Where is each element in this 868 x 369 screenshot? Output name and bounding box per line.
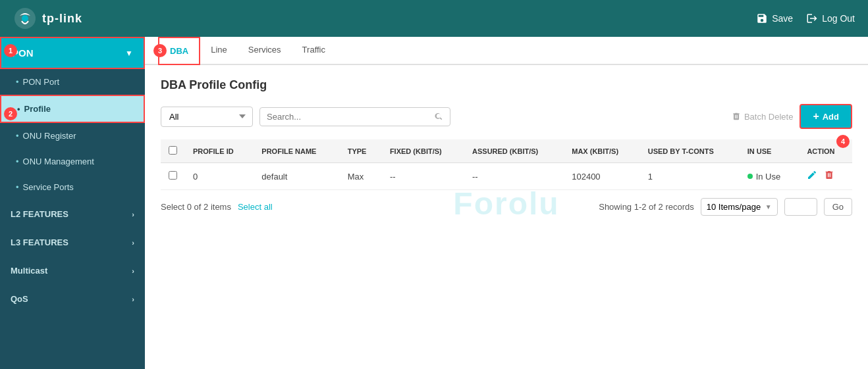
page-title: DBA Profile Config: [161, 78, 852, 92]
tab-traffic[interactable]: Traffic: [292, 37, 336, 65]
logout-icon: [806, 12, 818, 24]
sidebar-section-multicast[interactable]: Multicast ›: [0, 257, 145, 285]
select-all-checkbox[interactable]: [169, 146, 177, 155]
items-per-page-select-wrap: 10 Items/page 20 Items/page 50 Items/pag…: [701, 198, 778, 216]
th-profile-name: PROFILE NAME: [254, 139, 339, 163]
td-profile-name: default: [254, 163, 339, 190]
table-header-row: PROFILE ID PROFILE NAME TYPE FIXED (KBIT…: [161, 139, 852, 163]
top-nav: tp-link Save Log Out: [0, 0, 868, 37]
search-icon: [434, 112, 443, 121]
th-used-by-t-conts: USED BY T-CONTS: [640, 139, 740, 163]
tplink-logo-icon: [13, 7, 37, 30]
sidebar-item-onu-register[interactable]: ONU Register: [0, 123, 145, 149]
search-input[interactable]: [267, 112, 430, 122]
chevron-right-icon-l3: ›: [132, 239, 134, 247]
toolbar-right: Batch Delete + Add: [732, 104, 852, 129]
toolbar-left: All: [161, 107, 450, 127]
th-type: TYPE: [340, 139, 382, 163]
sidebar-section-l3-features[interactable]: L3 FEATURES ›: [0, 228, 145, 257]
plus-icon: +: [813, 111, 819, 122]
items-per-page-select[interactable]: 10 Items/page 20 Items/page 50 Items/pag…: [707, 202, 761, 212]
row-checkbox[interactable]: [169, 171, 177, 180]
tab-bar: DBA Line Services Traffic: [145, 37, 868, 65]
action-icons: [807, 170, 844, 183]
batch-delete-button[interactable]: Batch Delete: [732, 112, 793, 122]
save-button[interactable]: Save: [756, 12, 793, 24]
main-layout: PON ▼ PON Port Profile ONU Register ONU …: [0, 37, 868, 369]
logo-area: tp-link: [13, 7, 82, 30]
td-assured: --: [464, 163, 564, 190]
chevron-right-icon-qos: ›: [132, 295, 134, 303]
trash-icon: [732, 112, 741, 121]
showing-records-label: Showing 1-2 of 2 records: [599, 202, 694, 212]
footer-right: Showing 1-2 of 2 records 10 Items/page 2…: [599, 198, 852, 216]
main-content: DBA Line Services Traffic DBA Profile Co…: [145, 37, 868, 369]
svg-point-1: [22, 15, 28, 22]
sidebar-item-pon-port[interactable]: PON Port: [0, 69, 145, 95]
go-button[interactable]: Go: [824, 198, 852, 216]
chevron-right-icon-multicast: ›: [132, 267, 134, 275]
logo-text: tp-link: [42, 12, 82, 26]
sidebar-item-service-ports[interactable]: Service Ports: [0, 174, 145, 200]
td-row-checkbox: [161, 163, 185, 190]
th-in-use: IN USE: [740, 139, 800, 163]
tab-dba[interactable]: DBA: [158, 37, 200, 65]
chevron-down-icon-items: ▼: [765, 203, 772, 210]
th-assured: ASSURED (KBIT/S): [464, 139, 564, 163]
select-count-label: Select 0 of 2 items: [161, 202, 231, 212]
select-all-link[interactable]: Select all: [238, 202, 273, 212]
sidebar-pon-label: PON: [12, 47, 34, 59]
tab-line[interactable]: Line: [200, 37, 238, 65]
table-row: 0 default Max -- -- 102400 1 In Use: [161, 163, 852, 190]
sidebar-section-pon[interactable]: PON ▼: [0, 37, 145, 69]
search-input-wrap: [259, 107, 450, 126]
th-profile-id: PROFILE ID: [185, 139, 254, 163]
nav-actions: Save Log Out: [756, 12, 855, 24]
chevron-down-icon: ▼: [125, 49, 133, 58]
delete-icon[interactable]: [824, 170, 834, 183]
sidebar-section-l2-features[interactable]: L2 FEATURES ›: [0, 200, 145, 228]
toolbar: All Batch Delete + Add: [161, 104, 852, 129]
tab-services[interactable]: Services: [238, 37, 292, 65]
add-button[interactable]: + Add: [800, 104, 852, 129]
sidebar-item-onu-management[interactable]: ONU Management: [0, 149, 145, 174]
sidebar-item-profile[interactable]: Profile: [0, 95, 145, 123]
page-content: DBA Profile Config All Batch Delete: [145, 65, 868, 237]
td-max: 102400: [564, 163, 639, 190]
sidebar-section-qos[interactable]: QoS ›: [0, 285, 145, 313]
th-action: ACTION: [799, 139, 852, 163]
footer-left: Select 0 of 2 items Select all: [161, 202, 273, 212]
td-type: Max: [340, 163, 382, 190]
th-max: MAX (KBIT/S): [564, 139, 639, 163]
table-footer: Select 0 of 2 items Select all Showing 1…: [161, 190, 852, 224]
page-number-input[interactable]: [784, 198, 817, 216]
th-checkbox: [161, 139, 185, 163]
td-used-by-t-conts: 1: [640, 163, 740, 190]
filter-select[interactable]: All: [161, 107, 253, 127]
chevron-right-icon: ›: [132, 210, 134, 218]
green-status-dot: [747, 174, 753, 179]
logout-button[interactable]: Log Out: [806, 12, 855, 24]
th-fixed: FIXED (KBIT/S): [382, 139, 464, 163]
td-action: [799, 163, 852, 190]
save-icon: [756, 12, 768, 24]
profile-table: PROFILE ID PROFILE NAME TYPE FIXED (KBIT…: [161, 139, 852, 190]
td-in-use: In Use: [740, 163, 800, 190]
edit-icon[interactable]: [807, 170, 817, 183]
td-profile-id: 0: [185, 163, 254, 190]
td-fixed: --: [382, 163, 464, 190]
sidebar: PON ▼ PON Port Profile ONU Register ONU …: [0, 37, 145, 369]
